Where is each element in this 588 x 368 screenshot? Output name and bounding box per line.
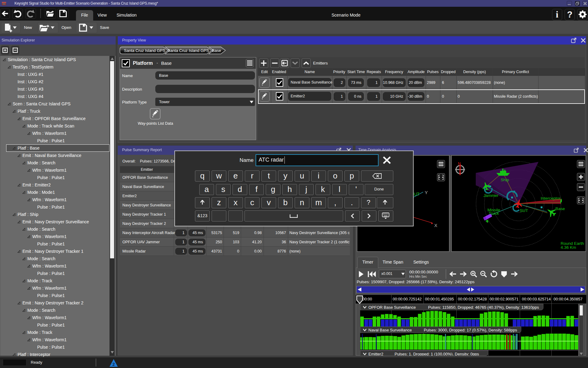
svg-text:Ship: Ship (501, 178, 509, 182)
svg-text:4.36 Km: 4.36 Km (561, 245, 576, 250)
svg-text:2: 2 (113, 362, 115, 367)
svg-text:Y: Y (425, 190, 428, 195)
svg-text:Interceptor: Interceptor (541, 196, 561, 201)
svg-text:Santa Cruz Island GPS: Santa Cruz Island GPS (124, 48, 165, 53)
svg-text:Base: Base (555, 206, 565, 211)
svg-text:SUT: SUT (520, 208, 528, 213)
svg-text:Base: Base (212, 48, 221, 53)
svg-text:Truck: Truck (489, 211, 499, 216)
svg-text:Santa Cruz Island GPS: Santa Cruz Island GPS (168, 48, 209, 53)
svg-text:N: N (458, 161, 461, 166)
svg-text:Jammer: Jammer (483, 193, 499, 198)
svg-text:X: X (434, 223, 437, 228)
